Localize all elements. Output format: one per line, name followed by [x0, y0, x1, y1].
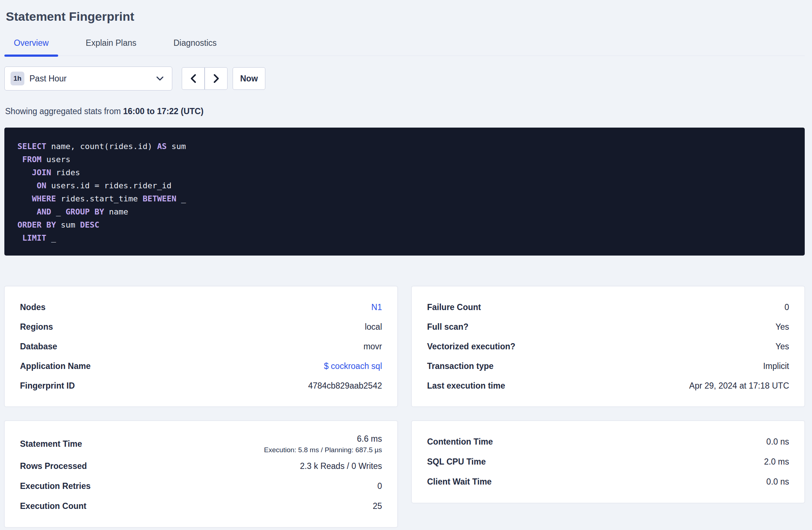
sql-line: SELECT name, count(rides.id) AS sum	[17, 140, 792, 153]
sql-keyword-token: SELECT	[17, 142, 46, 151]
statement-time-card: Statement Time6.6 msExecution: 5.8 ms / …	[4, 421, 398, 527]
chevron-right-icon	[213, 74, 219, 83]
stat-label: Last execution time	[427, 381, 505, 391]
tab-overview[interactable]: Overview	[4, 38, 58, 56]
stat-value-wrap: 6.6 msExecution: 5.8 ms / Planning: 687.…	[264, 432, 382, 456]
tab-diagnostics[interactable]: Diagnostics	[164, 38, 226, 56]
sql-keyword-token: ORDER BY	[17, 220, 56, 229]
stat-label: Failure Count	[427, 302, 481, 312]
statement-fingerprint-page: Statement Fingerprint Overview Explain P…	[0, 9, 812, 527]
stat-label: Execution Count	[20, 501, 87, 511]
now-button[interactable]: Now	[233, 67, 265, 90]
stat-value: 6.6 ms	[357, 434, 382, 444]
sql-text-token: _	[46, 233, 56, 242]
stat-value-wrap: N1	[371, 300, 382, 314]
stat-row: Execution Retries0	[20, 476, 382, 496]
sql-text-token: users.id = rides.rider_id	[46, 181, 171, 190]
time-next-button[interactable]	[205, 67, 228, 90]
page-title: Statement Fingerprint	[6, 9, 805, 24]
chevron-down-icon	[156, 76, 164, 81]
stat-row: NodesN1	[20, 297, 382, 317]
stat-row: Vectorized execution?Yes	[427, 337, 789, 356]
overview-cards-bottom: Statement Time6.6 msExecution: 5.8 ms / …	[4, 421, 805, 527]
stat-value-wrap: Implicit	[763, 359, 789, 373]
tab-overview-label: Overview	[14, 38, 49, 48]
stat-value: 25	[373, 501, 382, 511]
sql-text-token: _	[176, 194, 186, 203]
sql-line: FROM users	[17, 153, 792, 166]
stat-row: Full scan?Yes	[427, 317, 789, 337]
stat-row: Last execution timeApr 29, 2024 at 17:18…	[427, 376, 789, 396]
stat-value: Yes	[775, 342, 789, 352]
stat-row: Regionslocal	[20, 317, 382, 337]
stat-label: Execution Retries	[20, 481, 91, 491]
stat-label: Vectorized execution?	[427, 342, 515, 352]
time-range-toolbar: 1h Past Hour Now	[4, 67, 805, 91]
stat-value: 2.0 ms	[764, 457, 789, 467]
stat-label: Application Name	[20, 361, 91, 371]
stat-row: Statement Time6.6 msExecution: 5.8 ms / …	[20, 432, 382, 456]
stat-row: Fingerprint ID4784cb829aab2542	[20, 376, 382, 396]
stat-value-wrap: 4784cb829aab2542	[308, 379, 382, 393]
sql-text-token: _	[51, 207, 66, 216]
stat-label: Rows Processed	[20, 461, 87, 471]
sql-keyword-token: LIMIT	[22, 233, 46, 242]
sql-keyword-token: BETWEEN	[142, 194, 176, 203]
stat-value-wrap: movr	[363, 340, 382, 354]
stat-value: 4784cb829aab2542	[308, 381, 382, 391]
stat-value: Implicit	[763, 361, 789, 371]
time-range-label: Past Hour	[29, 74, 67, 84]
time-nav-buttons	[182, 67, 228, 90]
stat-value-wrap: Yes	[775, 320, 789, 334]
sql-text-token: sum	[56, 220, 80, 229]
sql-keyword-token: DESC	[80, 220, 99, 229]
stat-value: Apr 29, 2024 at 17:18 UTC	[689, 381, 789, 391]
sql-text-token: rides	[51, 168, 80, 177]
tab-explain-plans[interactable]: Explain Plans	[76, 38, 146, 56]
stat-value-wrap: 2.0 ms	[764, 455, 789, 469]
tab-bar: Overview Explain Plans Diagnostics	[4, 38, 805, 56]
stat-value: 0.0 ns	[766, 477, 789, 487]
stat-row: Application Name$ cockroach sql	[20, 356, 382, 376]
sql-line: AND _ GROUP BY name	[17, 205, 792, 218]
stat-value-wrap: 0.0 ns	[766, 475, 789, 489]
sql-keyword-token: AND	[37, 207, 51, 216]
stat-label: Client Wait Time	[427, 477, 492, 487]
stat-value-link[interactable]: N1	[371, 302, 382, 312]
stat-label: Fingerprint ID	[20, 381, 75, 391]
time-range-dropdown[interactable]: 1h Past Hour	[4, 67, 172, 91]
stat-value-link[interactable]: $ cockroach sql	[324, 361, 382, 371]
tab-diagnostics-label: Diagnostics	[173, 38, 217, 48]
wait-time-card: Contention Time0.0 nsSQL CPU Time2.0 msC…	[411, 421, 805, 503]
time-range-badge: 1h	[11, 72, 24, 85]
stat-row: Rows Processed2.3 k Reads / 0 Writes	[20, 456, 382, 476]
stat-value-wrap: 0.0 ns	[766, 435, 789, 449]
stat-label: SQL CPU Time	[427, 457, 486, 467]
sql-keyword-token: JOIN	[32, 168, 51, 177]
stat-subvalue: Execution: 5.8 ms / Planning: 687.5 µs	[264, 446, 382, 454]
stat-value: movr	[363, 342, 382, 352]
stat-row: Databasemovr	[20, 337, 382, 356]
stat-value-wrap: 2.3 k Reads / 0 Writes	[300, 459, 382, 473]
stat-row: SQL CPU Time2.0 ms	[427, 452, 789, 472]
stat-value: 0.0 ns	[766, 437, 789, 447]
sql-text-token	[17, 194, 32, 203]
sql-keyword-token: AS	[157, 142, 167, 151]
sql-keyword-token: WHERE	[32, 194, 56, 203]
stat-value-wrap: 0	[784, 300, 789, 314]
stat-label: Database	[20, 342, 57, 352]
stat-row: Client Wait Time0.0 ns	[427, 472, 789, 492]
overview-cards-top: NodesN1RegionslocalDatabasemovrApplicati…	[4, 286, 805, 407]
stat-row: Contention Time0.0 ns	[427, 432, 789, 452]
tab-explain-plans-label: Explain Plans	[86, 38, 136, 48]
sql-text-token	[17, 207, 37, 216]
statement-details-card: NodesN1RegionslocalDatabasemovrApplicati…	[4, 286, 398, 407]
stat-row: Transaction typeImplicit	[427, 356, 789, 376]
stat-label: Nodes	[20, 302, 45, 312]
time-prev-button[interactable]	[182, 67, 205, 90]
stat-label: Transaction type	[427, 361, 494, 371]
sql-statement-box: SELECT name, count(rides.id) AS sum FROM…	[4, 128, 805, 256]
stat-row: Execution Count25	[20, 496, 382, 516]
stat-value-wrap: Apr 29, 2024 at 17:18 UTC	[689, 379, 789, 393]
stat-label: Full scan?	[427, 322, 469, 332]
